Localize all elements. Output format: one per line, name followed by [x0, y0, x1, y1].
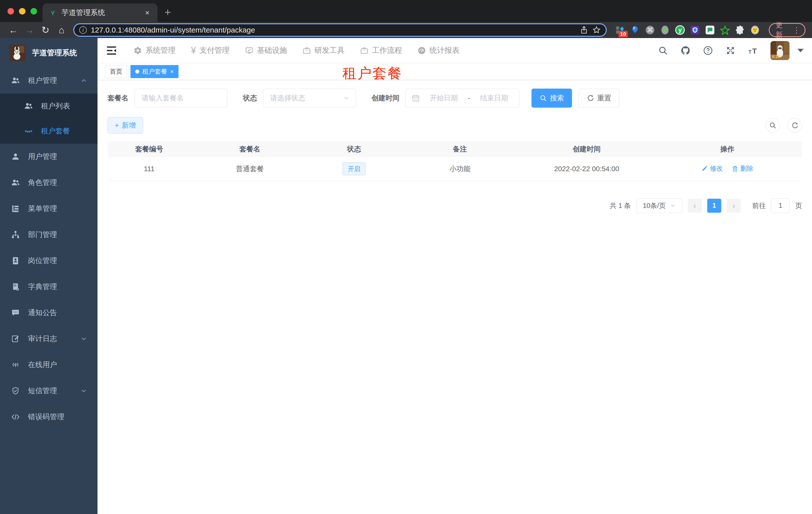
- sidebar-item-user-management[interactable]: 用户管理: [0, 144, 97, 170]
- col-actions: 操作: [653, 141, 802, 157]
- address-bar[interactable]: i 127.0.0.1:48080/admin-ui/system/tenant…: [73, 23, 607, 37]
- status-label: 状态: [243, 93, 257, 103]
- home-icon[interactable]: ⌂: [55, 25, 68, 35]
- tag-label: 首页: [110, 67, 122, 76]
- delete-link[interactable]: 删除: [732, 164, 753, 173]
- sidebar-item-tenant-package[interactable]: 租户套餐: [0, 118, 97, 144]
- sidebar-item-tenant-management[interactable]: 租户管理: [0, 67, 97, 93]
- url-text[interactable]: 127.0.0.1:48080/admin-ui/system/tenant/p…: [91, 26, 576, 34]
- extension-chat-icon[interactable]: [705, 25, 715, 35]
- site-info-icon[interactable]: i: [79, 26, 87, 34]
- extension-shield-icon[interactable]: [690, 25, 700, 35]
- show-search-button[interactable]: [765, 118, 780, 133]
- main-content: 套餐名 请输入套餐名 状态 请选择状态 创建时间: [97, 80, 812, 514]
- chrome-update-button[interactable]: 更新 ⋮: [769, 23, 806, 37]
- nav-dev-tools[interactable]: 研发工具: [302, 45, 345, 56]
- log-edit-icon: [11, 334, 20, 343]
- sidebar-item-audit-log[interactable]: 审计日志: [0, 326, 97, 352]
- new-tab-button[interactable]: +: [165, 6, 171, 19]
- tag-home[interactable]: 首页: [105, 65, 127, 78]
- nav-payment-management[interactable]: ¥ 支付管理: [191, 45, 230, 56]
- gauge-icon: [417, 46, 426, 55]
- sidebar-item-label: 租户套餐: [41, 126, 87, 136]
- share-icon[interactable]: [580, 26, 588, 34]
- end-date-placeholder[interactable]: 结束日期: [475, 93, 513, 103]
- extension-star-icon[interactable]: [720, 25, 730, 35]
- close-window-button[interactable]: [7, 8, 14, 15]
- sidebar-item-label: 用户管理: [28, 152, 87, 162]
- fullscreen-icon[interactable]: [725, 46, 735, 56]
- tag-tenant-package[interactable]: 租户套餐 ×: [130, 65, 178, 78]
- puzzle-extensions-icon[interactable]: [735, 25, 745, 35]
- tab-title: 芋道管理系统: [61, 8, 139, 18]
- status-badge[interactable]: 开启: [343, 162, 366, 175]
- page-size-select[interactable]: 10条/页: [636, 198, 682, 213]
- extension-y-icon[interactable]: y: [675, 25, 685, 35]
- font-size-icon[interactable]: T T: [748, 46, 758, 56]
- add-button[interactable]: + 新增: [108, 117, 143, 134]
- sidebar-item-notice[interactable]: 通知公告: [0, 300, 97, 326]
- zoom-window-button[interactable]: [30, 8, 37, 15]
- package-name-input[interactable]: 请输入套餐名: [135, 88, 228, 108]
- sidebar-item-label: 菜单管理: [28, 204, 87, 214]
- sidebar-item-menu-management[interactable]: 菜单管理: [0, 196, 97, 222]
- current-page[interactable]: 1: [707, 199, 721, 213]
- sidebar-item-label: 租户管理: [28, 76, 72, 86]
- github-icon[interactable]: [680, 46, 691, 56]
- browser-tab[interactable]: 芋道管理系统 ×: [42, 3, 157, 22]
- svg-text:T: T: [749, 49, 752, 54]
- search-button[interactable]: 搜索: [531, 88, 572, 108]
- nav-workflow[interactable]: 工作流程: [360, 45, 402, 56]
- help-icon[interactable]: [703, 46, 713, 56]
- filter-form: 套餐名 请输入套餐名 状态 请选择状态 创建时间: [108, 88, 802, 108]
- bookmark-star-icon[interactable]: [592, 26, 601, 34]
- extension-diamond-icon[interactable]: 10: [615, 25, 625, 35]
- chrome-menu-icon[interactable]: ⋮: [793, 26, 800, 34]
- sidebar-logo[interactable]: 芋道管理系统: [0, 38, 97, 67]
- minimize-window-button[interactable]: [19, 8, 26, 15]
- sidebar-item-sms-management[interactable]: 短信管理: [0, 378, 97, 404]
- sidebar-item-dept-management[interactable]: 部门管理: [0, 222, 97, 248]
- sidebar-item-role-management[interactable]: 角色管理: [0, 170, 97, 196]
- forward-icon[interactable]: →: [23, 25, 36, 35]
- eye-closed-icon: [24, 127, 33, 136]
- peoples-icon: [11, 76, 20, 85]
- nav-infrastructure[interactable]: 基础设施: [245, 45, 287, 56]
- sidebar-item-label: 角色管理: [28, 178, 87, 188]
- extension-command-icon[interactable]: ⌘: [645, 25, 655, 35]
- sidebar-item-tenant-list[interactable]: 租户列表: [0, 93, 97, 118]
- extension-dot-icon[interactable]: [660, 25, 670, 35]
- avatar-caret-icon[interactable]: [798, 49, 804, 52]
- profile-smiley-icon[interactable]: [750, 25, 760, 35]
- extension-balloon-icon[interactable]: [630, 25, 640, 35]
- back-icon[interactable]: ←: [6, 25, 20, 35]
- refresh-table-button[interactable]: [787, 118, 802, 133]
- collapse-sidebar-icon[interactable]: [106, 46, 117, 56]
- content-column: 系统管理 ¥ 支付管理 基础设施 研发工具: [97, 38, 812, 514]
- status-select[interactable]: 请选择状态: [263, 88, 356, 108]
- peoples-icon: [11, 178, 20, 187]
- sidebar-item-label: 部门管理: [28, 230, 87, 240]
- search-icon[interactable]: [658, 46, 668, 56]
- nav-system-management[interactable]: 系统管理: [134, 45, 175, 56]
- sidebar-item-online-users[interactable]: 在线用户: [0, 352, 97, 378]
- sidebar-item-error-code[interactable]: 错误码管理: [0, 404, 97, 430]
- chevron-down-icon: [80, 387, 87, 395]
- user-avatar[interactable]: 0:20: [771, 41, 789, 60]
- edit-link[interactable]: 修改: [701, 164, 723, 173]
- start-date-placeholder[interactable]: 开始日期: [425, 93, 463, 103]
- sidebar-item-dict-management[interactable]: 字典管理: [0, 274, 97, 300]
- avatar-overlay-text: 0:20: [772, 55, 780, 59]
- next-page-button[interactable]: ›: [727, 199, 741, 213]
- date-range-picker[interactable]: 开始日期 - 结束日期: [406, 88, 520, 108]
- code-icon: [11, 412, 20, 422]
- nav-report[interactable]: 统计报表: [417, 45, 460, 56]
- goto-page-input[interactable]: 1: [771, 198, 790, 213]
- reload-icon[interactable]: ↻: [39, 25, 52, 35]
- nav-label: 统计报表: [430, 45, 460, 56]
- prev-page-button[interactable]: ‹: [688, 199, 702, 213]
- sidebar-item-post-management[interactable]: 岗位管理: [0, 248, 97, 274]
- tag-close-icon[interactable]: ×: [170, 68, 174, 75]
- reset-button[interactable]: 重置: [579, 88, 619, 108]
- tab-close-icon[interactable]: ×: [143, 8, 151, 17]
